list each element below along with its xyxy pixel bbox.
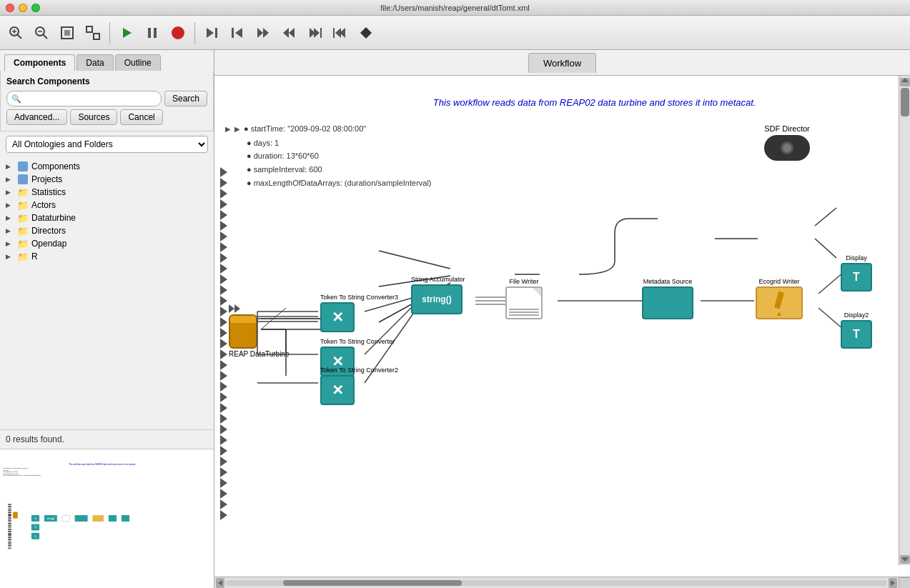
tab-data[interactable]: Data bbox=[76, 54, 113, 71]
folder-icon-directors: 📁 bbox=[17, 226, 29, 236]
chevron-2 bbox=[220, 178, 227, 188]
svg-marker-22 bbox=[263, 28, 269, 38]
pause-button[interactable] bbox=[141, 21, 164, 44]
cancel-button[interactable]: Cancel bbox=[120, 109, 162, 125]
extra-fwd-button[interactable] bbox=[303, 21, 326, 44]
window-title: file:/Users/manish/reap/general/dtTomt.x… bbox=[380, 4, 529, 12]
svg-line-5 bbox=[44, 34, 48, 39]
svg-line-38 bbox=[815, 208, 836, 226]
step-back-button[interactable] bbox=[226, 21, 249, 44]
maximize-button[interactable] bbox=[31, 4, 40, 12]
chevron-9 bbox=[220, 253, 227, 263]
vertical-scrollbar-thumb[interactable] bbox=[901, 88, 909, 116]
extra-back-button[interactable] bbox=[329, 21, 352, 44]
tree-item-components[interactable]: ▶ Components bbox=[0, 160, 214, 173]
param-sampleinterval: ● sampleInterval: 600 bbox=[247, 163, 432, 176]
chevron-14 bbox=[220, 307, 227, 317]
vertical-scrollbar[interactable] bbox=[899, 76, 910, 565]
param-duration: ● duration: 13*60*60 bbox=[247, 149, 432, 163]
svg-marker-11 bbox=[123, 28, 132, 38]
component-tree: ▶ Components ▶ Projects ▶ 📁 Statistics ▶… bbox=[0, 157, 214, 429]
scroll-down-arrow[interactable] bbox=[900, 555, 910, 564]
string-accumulator-node[interactable]: String Accumulator string() bbox=[411, 276, 465, 314]
display-2-node[interactable]: Display2 T bbox=[841, 312, 872, 349]
titlebar: file:/Users/manish/reap/general/dtTomt.x… bbox=[0, 0, 910, 16]
down-arrow-icon bbox=[901, 557, 909, 562]
sdf-director-node[interactable]: SDF Director bbox=[764, 124, 810, 161]
close-button[interactable] bbox=[6, 4, 14, 12]
rewind-button[interactable] bbox=[277, 21, 300, 44]
workflow-tab[interactable]: Workflow bbox=[528, 53, 596, 73]
chevron-10 bbox=[220, 264, 227, 274]
folder-icon-statistics: 📁 bbox=[17, 187, 29, 197]
chevron-6 bbox=[220, 221, 227, 231]
toolbar-separator-1 bbox=[109, 22, 110, 44]
chevron-29 bbox=[220, 467, 227, 477]
search-button[interactable]: Search bbox=[164, 91, 207, 106]
advanced-button[interactable]: Advanced... bbox=[6, 109, 67, 125]
file-writer-node[interactable]: File Writer bbox=[505, 278, 543, 319]
svg-marker-26 bbox=[314, 28, 320, 38]
metadata-source-node[interactable]: Metadata Source bbox=[642, 278, 693, 319]
horizontal-scrollbar-thumb[interactable] bbox=[283, 580, 462, 586]
reap-out-chevron-1 bbox=[229, 304, 234, 313]
window-controls bbox=[6, 4, 40, 12]
svg-marker-24 bbox=[283, 28, 289, 38]
ecogrid-writer-node[interactable]: Ecogrid Writer bbox=[756, 278, 803, 319]
chevron-20 bbox=[220, 371, 227, 381]
workflow-preview: This workflow reads data from REAP02 dat… bbox=[0, 449, 214, 588]
ontology-dropdown-row: All Ontologies and Folders Components On… bbox=[0, 131, 214, 157]
scroll-right-arrow[interactable] bbox=[889, 578, 897, 588]
search-input[interactable] bbox=[6, 91, 162, 106]
fast-forward-button[interactable] bbox=[252, 21, 275, 44]
token-3-label: Token To String Converter3 bbox=[320, 294, 398, 301]
folder-icon-opendap: 📁 bbox=[17, 239, 29, 249]
left-arrow-icon bbox=[218, 580, 222, 586]
run-button[interactable] bbox=[115, 21, 138, 44]
ecogrid-box bbox=[756, 286, 803, 319]
zoom-in-button[interactable] bbox=[4, 21, 27, 44]
display-1-node[interactable]: Display T bbox=[841, 254, 872, 291]
chevron-25 bbox=[220, 424, 227, 434]
tree-item-r[interactable]: ▶ 📁 R bbox=[0, 250, 214, 263]
ecogrid-label: Ecogrid Writer bbox=[756, 278, 803, 285]
tree-item-statistics[interactable]: ▶ 📁 Statistics bbox=[0, 186, 214, 199]
tab-outline[interactable]: Outline bbox=[115, 54, 161, 71]
chevron-5 bbox=[220, 210, 227, 220]
scroll-up-arrow[interactable] bbox=[900, 78, 910, 86]
tree-arrow-projects: ▶ bbox=[6, 176, 14, 183]
workflow-description: This workflow reads data from REAP02 dat… bbox=[433, 97, 756, 108]
tree-item-actors[interactable]: ▶ 📁 Actors bbox=[0, 199, 214, 211]
sources-button[interactable]: Sources bbox=[70, 109, 117, 125]
chevron-26 bbox=[220, 435, 227, 445]
chevron-7 bbox=[220, 231, 227, 241]
svg-rect-15 bbox=[175, 30, 181, 36]
token-2-box: ✕ bbox=[320, 375, 355, 405]
token-converter-3-node[interactable]: Token To String Converter3 ✕ bbox=[320, 294, 398, 332]
workflow-canvas[interactable]: This workflow reads data from REAP02 dat… bbox=[214, 76, 910, 577]
chevron-8 bbox=[220, 242, 227, 252]
minimize-button[interactable] bbox=[19, 4, 27, 12]
tree-label-statistics: Statistics bbox=[31, 187, 66, 197]
search-results: 0 results found. bbox=[0, 429, 214, 449]
token-converter-2-node[interactable]: Token To String Converter2 ✕ bbox=[320, 367, 398, 405]
chevron-4 bbox=[220, 199, 227, 209]
stop-button[interactable] bbox=[167, 21, 189, 44]
tree-item-dataturbine[interactable]: ▶ 📁 Dataturbine bbox=[0, 211, 214, 224]
scroll-left-arrow[interactable] bbox=[216, 578, 224, 588]
fit-button[interactable] bbox=[56, 21, 79, 44]
tree-item-opendap[interactable]: ▶ 📁 Opendap bbox=[0, 237, 214, 250]
diamond-button[interactable] bbox=[355, 21, 377, 44]
step-forward-button[interactable] bbox=[200, 21, 223, 44]
tree-item-directors[interactable]: ▶ 📁 Directors bbox=[0, 224, 214, 237]
reap-dataturbine-node[interactable]: REAP DataTurbine bbox=[229, 304, 290, 358]
token-3-box: ✕ bbox=[320, 302, 355, 332]
chevron-17 bbox=[220, 339, 227, 349]
ontology-dropdown[interactable]: All Ontologies and Folders Components On… bbox=[6, 136, 208, 153]
tree-item-projects[interactable]: ▶ Projects bbox=[0, 173, 214, 186]
tab-components[interactable]: Components bbox=[4, 54, 75, 71]
search-area: Search Components 🔍 Search Advanced... S… bbox=[0, 71, 214, 131]
horizontal-scrollbar[interactable] bbox=[214, 577, 910, 588]
actual-size-button[interactable] bbox=[81, 21, 104, 44]
zoom-out-button[interactable] bbox=[30, 21, 53, 44]
